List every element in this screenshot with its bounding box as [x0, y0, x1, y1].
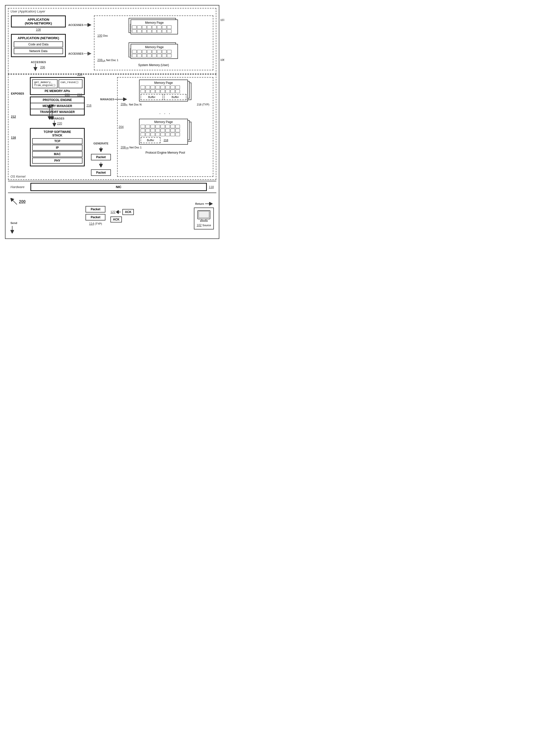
typ-114-label: 114 (TYP)	[86, 222, 105, 226]
arrow-up-left	[10, 198, 18, 206]
app-network-box: APPLICATION (NETWORK) Code and Data Netw…	[11, 34, 66, 57]
exposes-label: EXPOSES	[11, 92, 24, 95]
svg-rect-14	[199, 211, 209, 218]
typ-label-2: 106 (TYP)	[220, 59, 224, 61]
memory-page-title-1a: Memory Page	[132, 21, 176, 24]
ref-202: 206	[40, 66, 45, 69]
arrow-down-send	[10, 226, 14, 233]
app-non-network-title: APPLICATION(NON-NETWORK)	[25, 18, 52, 25]
mac-label: MAC	[32, 151, 82, 157]
main-diagram: User (Application) Layer APPLICATION(NON…	[5, 5, 219, 239]
net-doc-n-label: Net Doc N	[129, 103, 142, 106]
mcell	[132, 25, 137, 29]
tcp-ip-title: TCP/IP SOFTWARESTACK	[32, 130, 82, 137]
get-memory-func: get_memory_from_engine()	[32, 79, 57, 88]
diagram-number: 200	[19, 200, 26, 204]
send-label: Send	[10, 221, 17, 225]
ref-214: 214	[77, 73, 82, 76]
return-label: Return	[195, 202, 204, 205]
arrow-down-generate	[97, 147, 105, 152]
packet-box-1: Packet	[91, 154, 111, 160]
bottom-packet-1: Packet	[86, 206, 105, 212]
source-label: 102 Source	[196, 224, 211, 227]
arrow-down-manages	[53, 120, 56, 126]
app-network-title: APPLICATION (NETWORK)	[14, 36, 63, 40]
buffer-box-1b: Buffer	[141, 137, 161, 143]
os-kernel-layer: EXPOSES 212 116	[8, 74, 216, 180]
generate-label: GENERATE	[94, 142, 108, 145]
net-doc-1b-label: Net Doc 1	[129, 146, 142, 149]
system-memory-area: Memory Page M	[94, 16, 213, 70]
left-apps: APPLICATION(NON-NETWORK) 108 APPLICATION…	[11, 16, 66, 71]
arrow-left-ack1	[116, 210, 121, 214]
phy-label: PHY	[32, 158, 82, 164]
memory-page-title-2a: Memory Page	[132, 45, 176, 49]
ref-216: 216	[87, 104, 92, 107]
tcp-label: TCP	[32, 138, 82, 144]
system-memory-label: System Memory (User)	[96, 63, 211, 67]
user-layer: User (Application) Layer APPLICATION(NON…	[8, 8, 216, 74]
accesses-label-2: ACCESSES	[31, 61, 46, 64]
pe-title: PROTOCOL ENGINE	[31, 97, 84, 103]
network-data-box: Network Data	[14, 48, 63, 54]
buffer-box-n-1: Buffer	[141, 94, 163, 100]
svg-line-9	[11, 199, 17, 205]
svg-rect-15	[202, 219, 206, 220]
typ-218-label: 218 (TYP)	[197, 103, 209, 106]
source-computer-box: 102 Source	[194, 208, 214, 230]
accesses-label-3: ACCESSES	[68, 52, 83, 55]
bottom-section: 200 Send Packet Packet 1	[8, 193, 216, 236]
pool-memory-page-title-2: Memory Page	[141, 120, 187, 124]
computer-icon	[196, 210, 211, 223]
network-data-label: Network Data	[29, 49, 48, 53]
bidirectional-arrow	[47, 104, 54, 119]
typ-label-1: 107 (TYP)	[220, 19, 224, 21]
ip-label: IP	[32, 145, 82, 150]
net-doc-1-label: Net Doc 1	[106, 59, 118, 62]
dots: · · ·	[120, 111, 211, 116]
ref-116-label: 116	[11, 136, 16, 139]
can-reuse-func: can_reuse()	[58, 79, 82, 88]
user-layer-label: User (Application) Layer	[10, 9, 45, 13]
arrow-down-2	[32, 64, 39, 71]
arrow-down-packet	[97, 162, 105, 167]
pool-memory-page-title: Memory Page	[141, 81, 187, 85]
ref-122: 122	[111, 210, 115, 214]
ref-100: 100	[97, 34, 102, 38]
tcp-ip-box: TCP/IP SOFTWARESTACK TCP IP MAC PHY	[30, 128, 85, 166]
nic-label: NIC	[116, 185, 121, 189]
arrow-up-return	[205, 202, 213, 206]
pe-apis-label: PE MEMORY APIs	[32, 89, 82, 93]
hardware-layer: Hardware NIC 118	[8, 181, 216, 193]
doc-label-1: Doc	[103, 34, 108, 37]
ref-212-label: 212	[11, 115, 16, 118]
protocol-engine-memory-pool: MANAGES	[117, 77, 213, 177]
ref-210: 210	[77, 93, 82, 96]
code-data-label: Code and Data	[28, 43, 49, 46]
ref-208-1a: 2081A	[97, 59, 105, 62]
mem-manager-label: MEMORY MANAGER	[31, 103, 84, 109]
nic-ref: 118	[209, 185, 214, 189]
app-non-network-box: APPLICATION(NON-NETWORK)	[11, 16, 66, 27]
os-layer-label: OS Kernel	[10, 174, 25, 178]
manages-label-1: MANAGES	[100, 98, 114, 101]
ref-208-1b: 2081B	[121, 146, 129, 149]
pool-label: Protocol Engine Memory Pool	[120, 151, 211, 155]
hardware-label: Hardware	[10, 185, 30, 189]
pe-memory-apis-box: get_memory_from_engine() can_reuse() PE …	[30, 77, 85, 95]
ack-box-1: ACK	[122, 209, 134, 215]
ref-208-n: 208N	[121, 102, 127, 107]
ref-220: 220	[57, 122, 62, 125]
accesses-label-1: ACCESSES	[68, 23, 83, 26]
protocol-engine-box: PROTOCOL ENGINE MEMORY MANAGER 216 TRANS…	[30, 96, 85, 115]
nic-box: NIC	[30, 183, 207, 191]
ref-218: 218	[164, 139, 168, 142]
ref-206: 206	[65, 93, 70, 96]
svg-rect-16	[200, 220, 208, 221]
transport-manager-label: TRANSPORT MANAGER	[31, 109, 84, 115]
code-data-box: Code and Data	[14, 41, 63, 47]
packet-box-2: Packet	[91, 169, 111, 176]
ack-box-2: ACK	[111, 216, 122, 223]
buffer-box-n-2: Buffer	[164, 94, 187, 100]
ref-108: 108	[36, 28, 41, 31]
